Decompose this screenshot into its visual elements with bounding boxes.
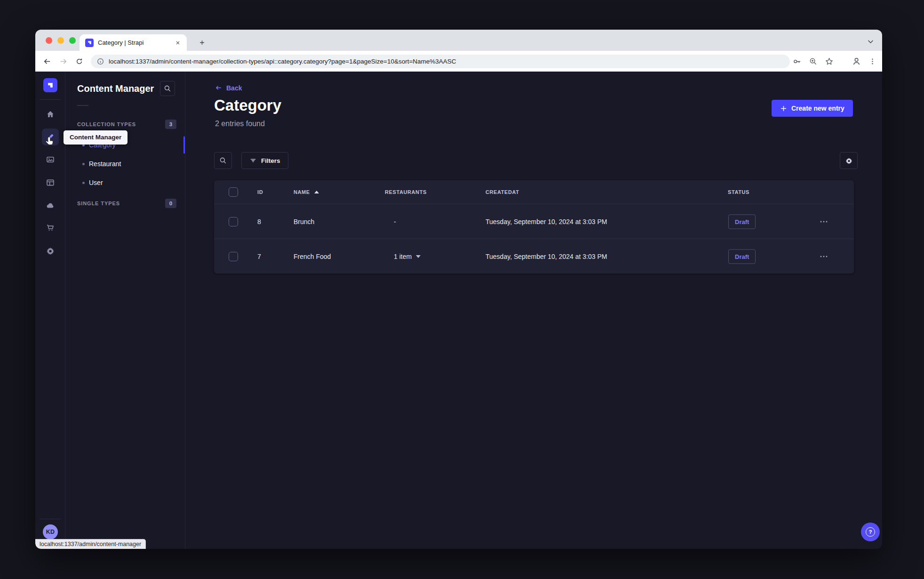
main-content: Back Category 2 entries found Create new… [185,72,882,549]
close-window-button[interactable] [46,37,52,44]
plus-icon [780,105,787,112]
cloud-icon[interactable] [42,197,59,214]
site-info-icon[interactable] [97,58,104,65]
back-link[interactable]: Back [215,84,242,92]
bookmark-star-icon[interactable] [825,57,834,66]
page-title: Category [214,96,281,114]
cell-id: 7 [257,253,261,260]
strapi-favicon-icon [85,39,94,47]
cell-restaurants: - [394,218,396,225]
cell-id: 8 [257,218,261,225]
collection-types-label: COLLECTION TYPES [77,121,136,127]
bullet-icon [82,182,85,184]
cell-createdat: Tuesday, September 10, 2024 at 3:03 PM [486,218,607,225]
filters-button[interactable]: Filters [241,152,288,169]
select-all-checkbox[interactable] [229,187,238,197]
nav-divider [40,99,61,100]
entries-count: 2 entries found [215,120,265,128]
view-settings-button[interactable] [840,152,858,169]
close-tab-icon[interactable] [174,39,182,47]
single-types-label: SINGLE TYPES [77,201,120,206]
back-arrow-icon [215,84,223,92]
link-preview-status-bar: localhost:1337/admin/content-manager [35,539,146,549]
browser-tab[interactable]: Category | Strapi [80,34,187,51]
status-badge: Draft [728,249,756,264]
tab-search-chevron-icon[interactable] [865,36,876,47]
collection-types-count-badge: 3 [165,120,176,129]
back-navigation-icon[interactable] [40,54,54,68]
entries-table: ID NAME RESTAURANTS CREATEDAT STATUS 8 B… [214,180,854,273]
cell-name: French Food [294,253,331,260]
column-header-restaurants[interactable]: RESTAURANTS [385,189,427,195]
window-controls [46,37,76,44]
nav-footer-divider [40,519,61,519]
profile-icon[interactable] [852,56,861,66]
cell-createdat: Tuesday, September 10, 2024 at 3:03 PM [486,253,607,260]
strapi-admin: KD Content Manager COLLECTION TYPES 3 [35,72,882,549]
forward-navigation-icon[interactable] [56,54,70,68]
avatar[interactable]: KD [43,524,58,539]
reload-icon[interactable] [72,54,86,68]
desktop: Category | Strapi [0,0,924,579]
browser-menu-icon[interactable] [868,57,876,65]
browser-tab-strip: Category | Strapi [35,30,882,51]
maximize-window-button[interactable] [69,37,76,44]
bullet-icon [82,163,85,165]
subnav-title: Content Manager [77,83,154,94]
subnav-search-button[interactable] [160,81,175,96]
table-row[interactable]: 7 French Food 1 item Tuesday, September … [214,239,854,273]
minimize-window-button[interactable] [57,37,64,44]
password-key-icon[interactable] [793,57,802,66]
status-badge: Draft [728,214,756,229]
hand-cursor-icon [45,136,55,147]
settings-gear-icon[interactable] [42,242,59,259]
column-header-status[interactable]: STATUS [728,189,749,195]
content-manager-tooltip: Content Manager [64,130,127,145]
cell-restaurants[interactable]: 1 item [394,253,421,260]
question-mark-icon: ? [866,527,875,537]
url-bar[interactable]: localhost:1337/admin/content-manager/col… [91,55,790,68]
row-actions-menu-icon[interactable] [817,250,830,263]
browser-toolbar: localhost:1337/admin/content-manager/col… [35,51,882,72]
sort-ascending-icon [314,191,319,193]
strapi-logo-icon[interactable] [43,78,57,92]
list-search-button[interactable] [214,152,232,169]
marketplace-cart-icon[interactable] [42,219,59,236]
url-text[interactable]: localhost:1337/admin/content-manager/col… [109,58,456,65]
cell-name: Brunch [294,218,314,225]
column-header-id[interactable]: ID [257,189,263,195]
table-row[interactable]: 8 Brunch - Tuesday, September 10, 2024 a… [214,204,854,239]
subnav-divider [77,105,88,106]
row-actions-menu-icon[interactable] [817,215,830,228]
expand-caret-icon [416,255,421,258]
content-type-builder-icon[interactable] [42,174,59,191]
zoom-magnifier-icon[interactable] [809,57,818,66]
column-header-name[interactable]: NAME [294,189,319,195]
row-checkbox[interactable] [229,217,238,226]
filter-icon [249,157,257,164]
browser-window: Category | Strapi [35,30,882,549]
toolbar-right-icons [793,51,876,72]
help-button[interactable]: ? [861,523,880,541]
create-new-entry-button[interactable]: Create new entry [772,100,853,117]
single-types-count-badge: 0 [165,199,176,208]
tab-title: Category | Strapi [98,39,174,46]
column-header-createdat[interactable]: CREATEDAT [486,189,519,195]
sidebar-item-restaurant[interactable]: Restaurant [65,154,185,173]
new-tab-button[interactable] [195,36,208,49]
media-library-icon[interactable] [42,151,59,168]
home-icon[interactable] [42,106,59,123]
table-header-row: ID NAME RESTAURANTS CREATEDAT STATUS [214,180,854,204]
row-checkbox[interactable] [229,252,238,261]
sidebar-item-user[interactable]: User [65,173,185,192]
